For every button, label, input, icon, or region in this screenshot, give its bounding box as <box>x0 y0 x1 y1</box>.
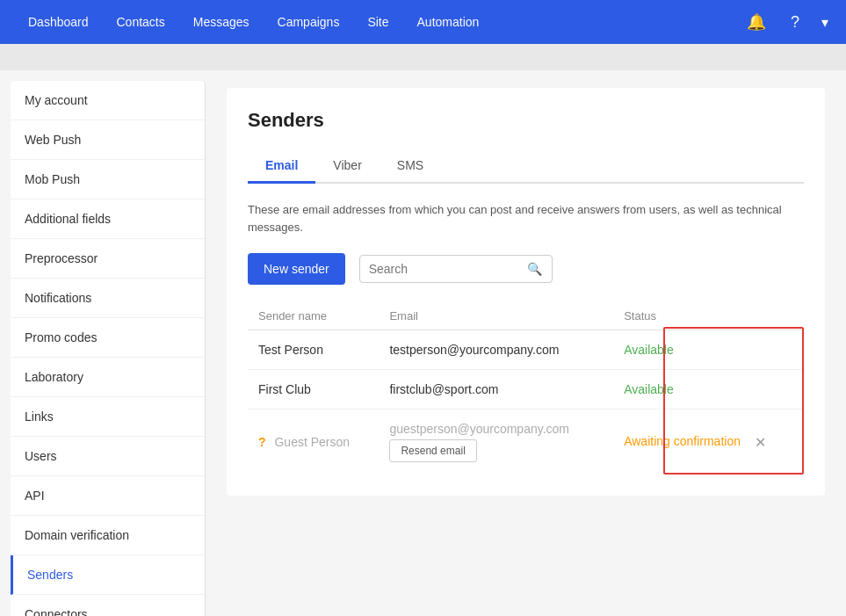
sidebar-item-web-push[interactable]: Web Push <box>11 120 205 160</box>
status-badge: Available <box>624 343 674 357</box>
description-text: These are email addresses from which you… <box>248 201 804 236</box>
nav-site[interactable]: Site <box>357 8 399 36</box>
account-menu-icon[interactable]: ▾ <box>821 14 828 31</box>
sidebar-item-mob-push[interactable]: Mob Push <box>11 160 205 199</box>
sender-name-cell: First Club <box>248 370 379 409</box>
email-cell: testperson@yourcompany.com <box>379 330 613 370</box>
col-status: Status <box>613 302 804 330</box>
toolbar: New sender 🔍 <box>248 253 804 285</box>
sidebar-item-preprocessor[interactable]: Preprocessor <box>11 239 205 279</box>
nav-contacts[interactable]: Contacts <box>106 8 176 36</box>
nav-items: Dashboard Contacts Messages Campaigns Si… <box>18 8 744 36</box>
email-cell: guestperson@yourcompany.com Resend email <box>379 409 613 475</box>
sidebar-item-notifications[interactable]: Notifications <box>11 279 205 318</box>
senders-table: Sender name Email Status Test Person tes… <box>248 302 804 475</box>
sidebar-item-users[interactable]: Users <box>11 437 205 476</box>
close-icon[interactable]: ✕ <box>755 434 766 451</box>
status-cell: Available <box>613 330 804 370</box>
sidebar-item-my-account[interactable]: My account <box>11 81 205 120</box>
new-sender-button[interactable]: New sender <box>248 253 345 285</box>
status-cell: Awaiting confirmation ✕ <box>613 409 804 475</box>
status-badge: Awaiting confirmation <box>624 434 741 448</box>
nav-icons: 🔔 ? ▾ <box>744 10 828 34</box>
main-layout: My account Web Push Mob Push Additional … <box>0 70 846 616</box>
nav-dashboard[interactable]: Dashboard <box>18 8 99 36</box>
search-box: 🔍 <box>359 255 553 283</box>
status-badge: Available <box>624 382 674 396</box>
tab-sms[interactable]: SMS <box>380 149 441 184</box>
sidebar-item-domain-verification[interactable]: Domain verification <box>11 516 205 555</box>
sub-header <box>0 44 846 70</box>
sidebar-item-links[interactable]: Links <box>11 397 205 437</box>
resend-email-button[interactable]: Resend email <box>389 439 476 462</box>
table-row: Test Person testperson@yourcompany.com A… <box>248 330 804 370</box>
main-content: Senders Email Viber SMS These are email … <box>206 70 846 616</box>
content-card: Senders Email Viber SMS These are email … <box>227 88 825 496</box>
help-icon[interactable]: ? <box>783 10 807 34</box>
nav-messages[interactable]: Messages <box>183 8 260 36</box>
tab-viber[interactable]: Viber <box>315 149 379 184</box>
warning-icon: ? <box>258 435 266 449</box>
search-icon: 🔍 <box>527 262 542 276</box>
status-cell: Available <box>613 370 804 409</box>
col-email: Email <box>379 302 613 330</box>
search-input[interactable] <box>369 262 527 276</box>
sidebar-item-senders[interactable]: Senders <box>11 555 205 595</box>
table-header-row: Sender name Email Status <box>248 302 804 330</box>
tabs: Email Viber SMS <box>248 149 804 184</box>
sidebar: My account Web Push Mob Push Additional … <box>11 81 206 616</box>
sidebar-item-promo-codes[interactable]: Promo codes <box>11 318 205 358</box>
nav-campaigns[interactable]: Campaigns <box>267 8 351 36</box>
sidebar-item-laboratory[interactable]: Laboratory <box>11 358 205 397</box>
sidebar-item-api[interactable]: API <box>11 476 205 516</box>
notifications-icon[interactable]: 🔔 <box>744 10 769 34</box>
senders-table-wrapper: Sender name Email Status Test Person tes… <box>248 302 804 475</box>
sender-name-cell: Test Person <box>248 330 379 370</box>
email-cell: firstclub@sport.com <box>379 370 613 409</box>
page-title: Senders <box>248 109 804 132</box>
sidebar-item-additional-fields[interactable]: Additional fields <box>11 199 205 239</box>
table-row: ? Guest Person guestperson@yourcompany.c… <box>248 409 804 475</box>
tab-email[interactable]: Email <box>248 149 315 184</box>
table-row: First Club firstclub@sport.com Available <box>248 370 804 409</box>
nav-automation[interactable]: Automation <box>407 8 490 36</box>
col-sender-name: Sender name <box>248 302 379 330</box>
top-navigation: Dashboard Contacts Messages Campaigns Si… <box>0 0 846 44</box>
sender-name-cell: ? Guest Person <box>248 409 379 475</box>
sidebar-item-connectors[interactable]: Connectors <box>11 595 205 616</box>
